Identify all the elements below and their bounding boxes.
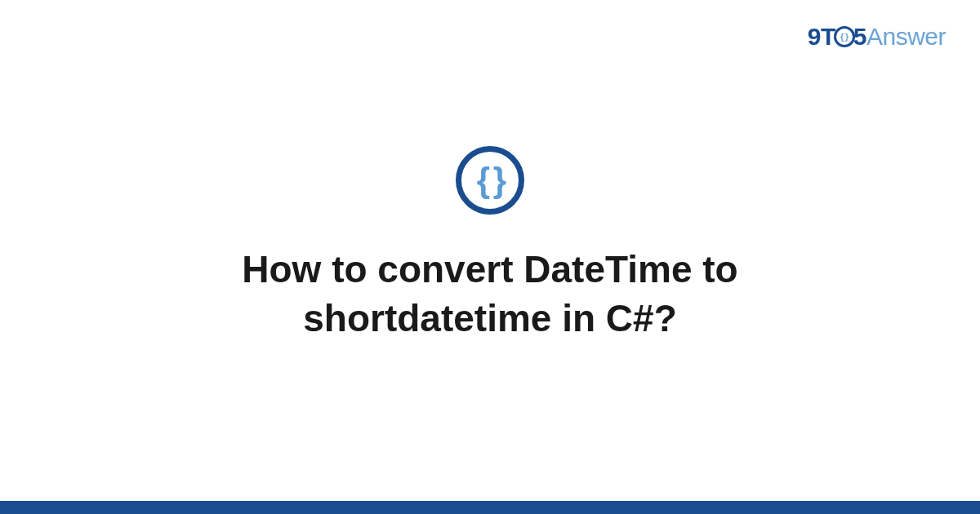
code-braces-icon: { } [477, 161, 503, 200]
footer-bar [0, 501, 980, 514]
category-icon-circle: { } [456, 146, 524, 215]
question-title: How to convert DateTime to shortdatetime… [122, 246, 858, 343]
main-content: { } How to convert DateTime to shortdate… [0, 0, 980, 514]
